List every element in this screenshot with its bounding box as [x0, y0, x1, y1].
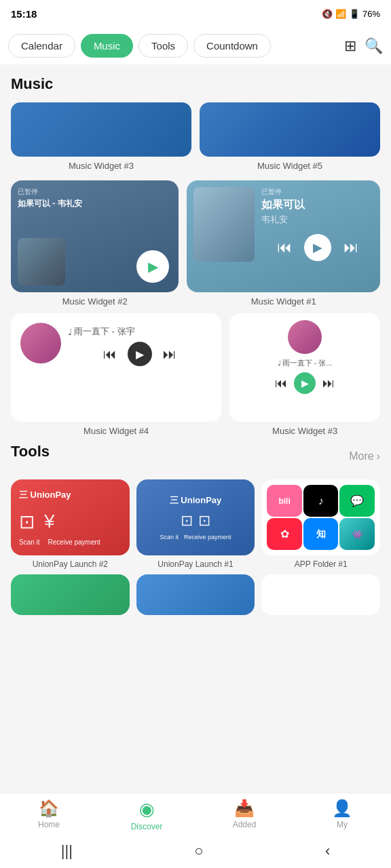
up1-receive-icon: ⊡: [198, 512, 210, 530]
prev-button-1[interactable]: ⏮: [277, 239, 292, 256]
home-label: Home: [38, 820, 60, 829]
next-btn-3b[interactable]: ⏭: [322, 376, 335, 391]
tab-tools[interactable]: Tools: [138, 34, 188, 58]
scan-icon: ⊡: [19, 511, 35, 533]
music-widget-1-label: Music Widget #1: [187, 296, 380, 307]
app-folder-label: APP Folder #1: [261, 559, 380, 569]
track2-name: 如果可以: [261, 198, 373, 212]
music-widget-5-wrap: Music Widget #5: [200, 102, 380, 171]
music-mid-row: 已暂停 如果可以 - 韦礼安 ▶ Music Widget #2 已暂停 如果可…: [11, 180, 380, 311]
up1-scan-label: Scan it: [160, 534, 179, 540]
card-controls-3b: ⏮ ▶ ⏭: [275, 372, 335, 394]
more-link[interactable]: More ›: [349, 450, 380, 462]
up1-scan-icon: ⊡: [181, 512, 193, 530]
grid-icon[interactable]: ⊞: [344, 37, 356, 55]
music-widget-5-label: Music Widget #5: [200, 161, 380, 171]
wifi-icon: 📶: [335, 9, 346, 19]
discover-label: Discover: [131, 822, 163, 831]
home-icon: 🏠: [39, 799, 59, 818]
status-bar: 15:18 🔇 📶 📱 76%: [0, 0, 391, 27]
search-icon[interactable]: 🔍: [365, 37, 383, 55]
nav-discover[interactable]: ◉ Discover: [98, 799, 196, 831]
app-tiktok: ♪: [303, 485, 339, 517]
cover-art-2: [18, 238, 65, 285]
up1-brand: 三 UnionPay: [170, 494, 222, 507]
app-folder-1[interactable]: bili ♪ 💬 ✿ 知 👾: [261, 479, 380, 555]
music-widget-1[interactable]: 已暂停 如果可以 韦礼安 ⏮ ▶ ⏭: [187, 180, 380, 292]
prev-btn-3b[interactable]: ⏮: [275, 376, 287, 391]
music-widget-3-wrap: Music Widget #3: [11, 102, 191, 171]
main-content: Music Music Widget #3 Music Widget #5 已暂…: [0, 64, 391, 703]
play-button-1[interactable]: ▶: [304, 234, 331, 261]
music-widget-2-wrap: 已暂停 如果可以 - 韦礼安 ▶ Music Widget #2: [11, 180, 179, 311]
play-btn-4[interactable]: ▶: [128, 342, 152, 366]
app-xiaohongshu: ✿: [267, 518, 302, 550]
music-widget-4-label: Music Widget #4: [11, 426, 221, 436]
tab-calendar[interactable]: Calendar: [8, 34, 75, 58]
tools-section-title: Tools: [11, 443, 50, 460]
music-widget-3-label: Music Widget #3: [11, 161, 191, 171]
tab-music[interactable]: Music: [81, 34, 133, 58]
unionpay-2-wrap: 三 UnionPay ⊡ ¥ Scan it Receive payment U…: [11, 479, 130, 569]
tools-row: 三 UnionPay ⊡ ¥ Scan it Receive payment U…: [11, 479, 380, 569]
my-icon: 👤: [332, 799, 352, 818]
nav-my[interactable]: 👤 My: [293, 799, 391, 831]
music-widget-3b[interactable]: ♩雨一直下 - 张... ⏮ ▶ ⏭: [229, 313, 380, 422]
more-label: More: [349, 450, 373, 462]
receive-icon: ¥: [44, 511, 55, 533]
unionpay-launch-1[interactable]: 三 UnionPay ⊡ ⊡ Scan it Receive payment: [136, 479, 255, 555]
recent-apps-btn[interactable]: |||: [61, 842, 73, 860]
discover-icon: ◉: [139, 799, 155, 820]
up1-icons: ⊡ ⊡: [181, 512, 210, 530]
music-widget-1-wrap: 已暂停 如果可以 韦礼安 ⏮ ▶ ⏭ Music Widget #1: [187, 180, 380, 311]
album-art-4: [20, 323, 61, 363]
card-controls-4: ⏮ ▶ ⏭: [68, 342, 212, 366]
music-controls-1: ⏮ ▶ ⏭: [261, 234, 373, 261]
system-nav: ||| ○ ‹: [0, 834, 391, 868]
app-folder-wrap: bili ♪ 💬 ✿ 知 👾 APP Folder #1: [261, 479, 380, 569]
scan-label: Scan it: [19, 538, 40, 546]
music-widget-4-wrap: ♩雨一直下 - 张宇 ⏮ ▶ ⏭ Music Widget #4: [11, 313, 221, 440]
music-widget-2[interactable]: 已暂停 如果可以 - 韦礼安 ▶: [11, 180, 179, 292]
status-badge-1: 已暂停: [261, 187, 373, 197]
next-btn-4[interactable]: ⏭: [163, 347, 176, 362]
tools-partial-row: [11, 574, 380, 615]
nav-tab-icons: ⊞ 🔍: [344, 37, 383, 55]
prev-btn-4[interactable]: ⏮: [103, 347, 117, 362]
back-btn[interactable]: ‹: [325, 842, 330, 860]
chevron-right-icon: ›: [377, 450, 380, 462]
cover-art-1: [193, 187, 255, 262]
music-widget-4[interactable]: ♩雨一直下 - 张宇 ⏮ ▶ ⏭: [11, 313, 221, 422]
tab-countdown[interactable]: Countdown: [193, 34, 271, 58]
tools-header: Tools More ›: [11, 443, 380, 470]
music-section-title: Music: [11, 75, 380, 93]
unionpay-launch-2[interactable]: 三 UnionPay ⊡ ¥ Scan it Receive payment: [11, 479, 130, 555]
signal-icon: 📱: [349, 9, 360, 19]
home-btn[interactable]: ○: [194, 842, 203, 860]
play-btn-3b[interactable]: ▶: [294, 372, 316, 394]
tool-partial-3: [261, 574, 380, 615]
battery-text: 76%: [362, 9, 380, 19]
track2-artist: 韦礼安: [261, 214, 373, 226]
unionpay-1-wrap: 三 UnionPay ⊡ ⊡ Scan it Receive payment U…: [136, 479, 255, 569]
play-button-2[interactable]: ▶: [136, 250, 169, 283]
music-widget-5-banner[interactable]: [200, 102, 380, 157]
unionpay-1-label: UnionPay Launch #1: [136, 559, 255, 569]
nav-home[interactable]: 🏠 Home: [0, 799, 98, 831]
music-bottom-row: ♩雨一直下 - 张宇 ⏮ ▶ ⏭ Music Widget #4 ♩雨一直下 -: [11, 313, 380, 440]
app-wechat: 💬: [339, 485, 375, 517]
next-button-1[interactable]: ⏭: [343, 239, 358, 256]
bottom-nav: 🏠 Home ◉ Discover 📥 Added 👤 My: [0, 793, 391, 834]
status-icons: 🔇 📶 📱 76%: [322, 9, 380, 19]
nav-added[interactable]: 📥 Added: [196, 799, 293, 831]
added-icon: 📥: [234, 799, 255, 818]
status-time: 15:18: [11, 8, 37, 20]
up1-labels: Scan it Receive payment: [160, 534, 231, 540]
tool-partial-2: [136, 574, 255, 615]
music-widget-3-banner[interactable]: [11, 102, 191, 157]
tool-partial-1: [11, 574, 130, 615]
music-widget-2-label: Music Widget #2: [11, 296, 179, 307]
track4-name: ♩雨一直下 - 张...: [278, 358, 333, 368]
receive-label: Receive payment: [48, 538, 100, 546]
status-badge-2: 已暂停: [18, 187, 172, 197]
